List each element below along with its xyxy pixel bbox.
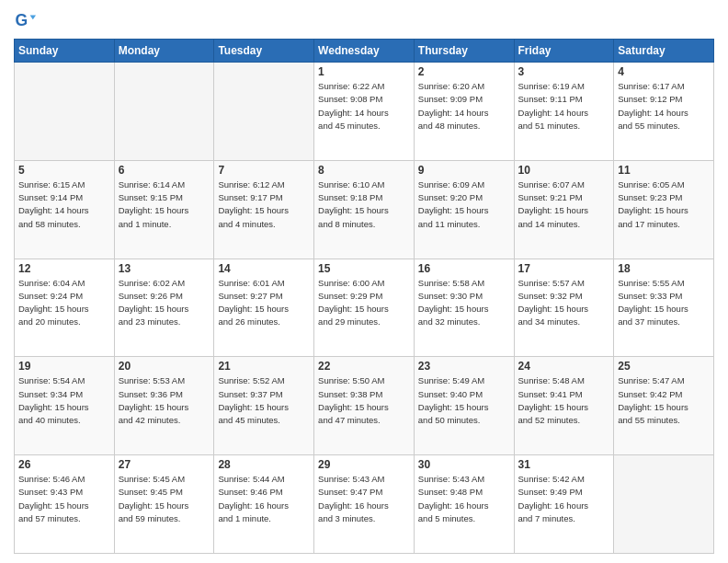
day-info-line: Daylight: 15 hours: [518, 303, 610, 316]
day-info-line: and 50 minutes.: [418, 414, 510, 427]
day-info-line: Sunset: 9:43 PM: [18, 486, 110, 499]
day-info-line: and 37 minutes.: [618, 316, 710, 328]
day-number: 31: [518, 458, 610, 471]
calendar-cell: 1Sunrise: 6:22 AMSunset: 9:08 PMDaylight…: [314, 63, 415, 161]
day-number: 26: [18, 458, 110, 471]
day-info: Sunrise: 5:53 AMSunset: 9:36 PMDaylight:…: [119, 374, 210, 427]
day-number: 19: [18, 360, 110, 373]
day-info-line: Sunrise: 5:44 AM: [218, 473, 310, 486]
calendar-cell: 3Sunrise: 6:19 AMSunset: 9:11 PMDaylight…: [514, 63, 614, 161]
day-info-line: Sunset: 9:20 PM: [418, 191, 510, 204]
day-info: Sunrise: 6:05 AMSunset: 9:23 PMDaylight:…: [618, 178, 710, 231]
day-info: Sunrise: 6:20 AMSunset: 9:09 PMDaylight:…: [418, 80, 510, 132]
calendar-cell: 4Sunrise: 6:17 AMSunset: 9:12 PMDaylight…: [614, 63, 714, 161]
day-info-line: Daylight: 15 hours: [618, 303, 710, 316]
day-number: 18: [618, 262, 710, 275]
day-info-line: and 45 minutes.: [218, 414, 310, 427]
day-info-line: and 23 minutes.: [119, 316, 210, 328]
calendar-cell: 17Sunrise: 5:57 AMSunset: 9:32 PMDayligh…: [514, 259, 614, 357]
day-info-line: and 51 minutes.: [518, 120, 610, 132]
day-info: Sunrise: 6:17 AMSunset: 9:12 PMDaylight:…: [618, 80, 710, 132]
day-info-line: Sunrise: 5:54 AM: [18, 374, 110, 387]
calendar-cell: 14Sunrise: 6:01 AMSunset: 9:27 PMDayligh…: [214, 259, 314, 357]
day-info: Sunrise: 5:52 AMSunset: 9:37 PMDaylight:…: [218, 374, 310, 427]
day-info-line: Sunset: 9:34 PM: [18, 388, 110, 401]
day-info: Sunrise: 5:45 AMSunset: 9:45 PMDaylight:…: [119, 473, 210, 525]
day-info-line: Sunrise: 6:07 AM: [518, 178, 610, 191]
day-number: 3: [518, 65, 610, 78]
day-info-line: Sunrise: 6:20 AM: [418, 80, 510, 93]
day-info-line: Sunrise: 6:17 AM: [618, 80, 710, 93]
calendar-cell: [15, 63, 115, 161]
day-info-line: and 48 minutes.: [418, 120, 510, 132]
day-info-line: Sunset: 9:24 PM: [18, 290, 110, 303]
day-info-line: and 8 minutes.: [318, 218, 410, 231]
day-info-line: Sunrise: 5:48 AM: [518, 374, 610, 387]
day-info-line: Sunset: 9:11 PM: [518, 93, 610, 106]
calendar-week-row: 26Sunrise: 5:46 AMSunset: 9:43 PMDayligh…: [15, 455, 714, 554]
day-info: Sunrise: 5:47 AMSunset: 9:42 PMDaylight:…: [618, 374, 710, 427]
day-info-line: Sunrise: 6:04 AM: [18, 277, 110, 290]
day-info-line: Daylight: 14 hours: [618, 107, 710, 120]
day-info: Sunrise: 5:44 AMSunset: 9:46 PMDaylight:…: [218, 473, 310, 525]
day-info-line: Daylight: 15 hours: [218, 204, 310, 217]
day-info-line: and 47 minutes.: [318, 414, 410, 427]
day-info: Sunrise: 5:49 AMSunset: 9:40 PMDaylight:…: [418, 374, 510, 427]
day-info-line: Sunset: 9:30 PM: [418, 290, 510, 303]
day-info-line: Daylight: 15 hours: [218, 401, 310, 414]
day-info-line: Daylight: 15 hours: [18, 401, 110, 414]
day-number: 10: [518, 164, 610, 177]
calendar-cell: 5Sunrise: 6:15 AMSunset: 9:14 PMDaylight…: [15, 160, 115, 259]
day-info: Sunrise: 6:22 AMSunset: 9:08 PMDaylight:…: [318, 80, 410, 132]
day-info-line: Sunset: 9:48 PM: [418, 486, 510, 499]
day-info-line: Daylight: 15 hours: [18, 303, 110, 316]
header: G: [14, 9, 714, 31]
calendar-cell: 11Sunrise: 6:05 AMSunset: 9:23 PMDayligh…: [614, 160, 714, 259]
page: G SundayMondayTuesdayWednesdayThursdayFr…: [0, 0, 728, 563]
day-info: Sunrise: 6:12 AMSunset: 9:17 PMDaylight:…: [218, 178, 310, 231]
day-info-line: and 40 minutes.: [18, 414, 110, 427]
day-info: Sunrise: 6:15 AMSunset: 9:14 PMDaylight:…: [18, 178, 110, 231]
day-info-line: Sunrise: 5:47 AM: [618, 374, 710, 387]
day-info-line: Sunset: 9:40 PM: [418, 388, 510, 401]
day-info-line: Sunrise: 6:02 AM: [119, 277, 210, 290]
calendar-cell: 6Sunrise: 6:14 AMSunset: 9:15 PMDaylight…: [114, 160, 214, 259]
day-number: 22: [318, 360, 410, 373]
day-info-line: Sunrise: 6:12 AM: [218, 178, 310, 191]
day-info-line: and 7 minutes.: [518, 512, 610, 525]
calendar-cell: 22Sunrise: 5:50 AMSunset: 9:38 PMDayligh…: [314, 357, 415, 455]
day-number: 30: [418, 458, 510, 471]
day-info-line: Sunrise: 5:49 AM: [418, 374, 510, 387]
calendar-cell: 24Sunrise: 5:48 AMSunset: 9:41 PMDayligh…: [514, 357, 614, 455]
calendar-cell: 23Sunrise: 5:49 AMSunset: 9:40 PMDayligh…: [414, 357, 514, 455]
day-info-line: Sunset: 9:17 PM: [218, 191, 310, 204]
day-info-line: Sunrise: 6:05 AM: [618, 178, 710, 191]
day-info-line: Daylight: 16 hours: [418, 500, 510, 512]
day-info-line: Daylight: 15 hours: [119, 401, 210, 414]
day-info-line: Sunset: 9:26 PM: [119, 290, 210, 303]
day-info-line: Sunset: 9:36 PM: [119, 388, 210, 401]
calendar-week-row: 12Sunrise: 6:04 AMSunset: 9:24 PMDayligh…: [15, 259, 714, 357]
day-info: Sunrise: 6:10 AMSunset: 9:18 PMDaylight:…: [318, 178, 410, 231]
day-info-line: Daylight: 14 hours: [18, 204, 110, 217]
day-info-line: and 11 minutes.: [418, 218, 510, 231]
day-info-line: Sunrise: 6:00 AM: [318, 277, 410, 290]
calendar-cell: 28Sunrise: 5:44 AMSunset: 9:46 PMDayligh…: [214, 455, 314, 554]
day-info-line: Sunrise: 5:52 AM: [218, 374, 310, 387]
day-number: 27: [119, 458, 210, 471]
day-info-line: and 14 minutes.: [518, 218, 610, 231]
day-info-line: Sunrise: 5:50 AM: [318, 374, 410, 387]
day-info-line: Sunset: 9:49 PM: [518, 486, 610, 499]
day-info-line: Sunset: 9:18 PM: [318, 191, 410, 204]
svg-marker-1: [30, 15, 36, 19]
day-number: 7: [218, 164, 310, 177]
calendar-cell: 13Sunrise: 6:02 AMSunset: 9:26 PMDayligh…: [114, 259, 214, 357]
day-header-saturday: Saturday: [614, 40, 714, 63]
calendar-cell: 26Sunrise: 5:46 AMSunset: 9:43 PMDayligh…: [15, 455, 115, 554]
day-number: 13: [119, 262, 210, 275]
day-info: Sunrise: 6:14 AMSunset: 9:15 PMDaylight:…: [119, 178, 210, 231]
day-number: 29: [318, 458, 410, 471]
day-info-line: Sunset: 9:37 PM: [218, 388, 310, 401]
calendar-cell: 25Sunrise: 5:47 AMSunset: 9:42 PMDayligh…: [614, 357, 714, 455]
day-info: Sunrise: 5:43 AMSunset: 9:48 PMDaylight:…: [418, 473, 510, 525]
